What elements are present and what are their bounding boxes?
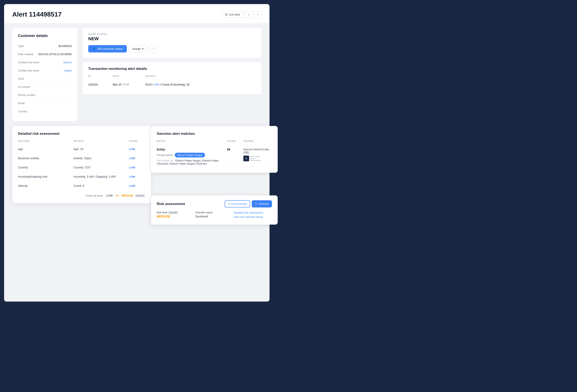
risk-col-score: SCORE bbox=[129, 140, 145, 142]
cell-details: €123 • 445 • Count of incoming: 10 bbox=[145, 83, 256, 86]
transaction-monitoring-card: Transaction monitoring alert details ID … bbox=[82, 62, 261, 94]
risk-card-header: Risk assessment ↺ End Override ✎ Overrid… bbox=[157, 200, 272, 208]
primary-name-badge: Edmon Felipe Vargas bbox=[175, 153, 205, 157]
detail-label-lastname: Contact last name bbox=[18, 69, 39, 72]
also-known-row: Also Known As: Edmon Felipe Vargas, Edmo… bbox=[157, 159, 227, 165]
override-button[interactable]: ✎ Override bbox=[252, 200, 272, 208]
override-reason-val: Sactioned bbox=[195, 215, 230, 218]
time-value: 10:48 bbox=[123, 83, 129, 86]
col-header-id: ID bbox=[88, 75, 113, 77]
entity-source: Special Interest Entity (SIE) bbox=[243, 148, 272, 154]
right-panel: ALERT STATUS NEW 👤 Set customer status A… bbox=[82, 28, 261, 121]
detail-label-email: Email bbox=[18, 102, 25, 105]
detail-row-lastname: Contact last name Vargas bbox=[18, 67, 72, 75]
header-controls: ☰ List view ‹ › bbox=[221, 11, 261, 18]
details-link[interactable]: 445 bbox=[154, 83, 159, 86]
edit-icon: ✎ bbox=[255, 202, 257, 205]
entity-score: 99 bbox=[227, 148, 243, 151]
risk-table-header: FACTORS DETAILS SCORE bbox=[18, 140, 145, 144]
end-override-button[interactable]: ↺ End Override bbox=[225, 200, 250, 208]
sanction-entity-row: Entity: Primary Name: Edmon Felipe Varga… bbox=[157, 144, 272, 167]
detail-row-dob: DOB bbox=[18, 75, 72, 83]
cell-date: Mar 10 10:48 bbox=[113, 83, 145, 86]
score-sum: LOW bbox=[129, 175, 145, 178]
user-icon: 👤 bbox=[92, 47, 96, 50]
entity-source-col: Special Interest Entity (SIE) D DOW JONE… bbox=[243, 148, 272, 162]
dj-text: DOW JONESRISK &COMPLIANCE bbox=[250, 156, 261, 162]
cell-id: 132424 bbox=[88, 83, 113, 86]
risk-level-col: Risk level Override MEDIUM bbox=[157, 211, 195, 220]
sanction-col-match: MATCH bbox=[157, 140, 227, 142]
detail-label-firstname: Contact first name bbox=[18, 61, 40, 64]
risk-medium-val: MEDIUM bbox=[157, 215, 192, 218]
prev-button[interactable]: ‹ bbox=[245, 11, 252, 18]
detailed-risk-title: Detailed risk assessment bbox=[18, 132, 145, 136]
risk-level-label: Risk level Override bbox=[157, 211, 192, 214]
alert-status-value: NEW bbox=[88, 36, 256, 41]
sanction-col-score: SCORE bbox=[227, 140, 243, 142]
detail-row-type: Type BUSINESS bbox=[18, 42, 72, 50]
risk-row-age: Age Age: 23 LOW bbox=[18, 144, 145, 154]
risk-arrow: >> bbox=[115, 194, 119, 197]
page-title: Alert 114498517 bbox=[12, 11, 62, 18]
detail-value-lastname[interactable]: Vargas bbox=[64, 69, 72, 72]
final-risk-row: Final risk level LOW >> MEDIUM Override bbox=[18, 190, 145, 197]
assign-button[interactable]: Assign ▾ bbox=[129, 45, 147, 53]
detail-row-firstname: Contact first name Edmon bbox=[18, 58, 72, 67]
customer-details-title: Customer details bbox=[18, 34, 72, 38]
sanction-table-header: MATCH SCORE SOURCE bbox=[157, 140, 272, 144]
details-suffix: • Count of incoming: 10 bbox=[160, 83, 189, 86]
transaction-table-header: ID DATE DETAILS bbox=[88, 75, 256, 80]
detail-business: Activity: Sales bbox=[73, 157, 129, 160]
detail-row-id: ID number bbox=[18, 83, 72, 91]
detail-row-phone: Phone number bbox=[18, 91, 72, 99]
override-reason-label: Override reason bbox=[195, 211, 230, 214]
sanction-card: Sanction alert matches MATCH SCORE SOURC… bbox=[151, 126, 278, 173]
final-risk-to: MEDIUM bbox=[121, 194, 133, 197]
also-known-label: Also Known As: bbox=[157, 159, 174, 162]
factor-age: Age bbox=[18, 147, 73, 151]
detail-label-type: Type bbox=[18, 44, 24, 48]
risk-row-business: Business activity Activity: Sales LOW bbox=[18, 154, 145, 163]
risk-col-factors: FACTORS bbox=[18, 140, 73, 142]
sanction-col-source: SOURCE bbox=[243, 140, 272, 142]
factor-sum: Incoming/outgoing sum bbox=[18, 175, 73, 178]
detailed-risk-card: Detailed risk assessment FACTORS DETAILS… bbox=[12, 126, 151, 203]
sanction-title: Sanction alert matches bbox=[157, 132, 272, 136]
override-small-badge: Override bbox=[168, 211, 178, 214]
final-risk-label: Final risk level bbox=[86, 194, 103, 197]
risk-history-link[interactable]: View risk override history bbox=[234, 215, 269, 218]
col-header-date: DATE bbox=[113, 75, 145, 77]
override-badge: Override bbox=[135, 194, 145, 197]
chevron-right-icon: › bbox=[257, 13, 258, 16]
set-customer-status-button[interactable]: 👤 Set customer status bbox=[88, 45, 127, 52]
risk-row-velocity: Velocity Count: 6 LOW bbox=[18, 181, 145, 190]
score-country: LOW bbox=[129, 166, 145, 169]
alert-status-card: ALERT STATUS NEW 👤 Set customer status A… bbox=[82, 28, 261, 58]
customer-details-card: Customer details Type BUSINESS Date crea… bbox=[12, 28, 77, 121]
risk-assessment-title: Risk assessment bbox=[157, 202, 185, 206]
primary-name-row: Primary Name: Edmon Felipe Vargas bbox=[157, 153, 227, 157]
detail-value-firstname[interactable]: Edmon bbox=[64, 61, 72, 64]
table-row: 132424 Mar 10 10:48 €123 • 445 • Count o… bbox=[88, 80, 256, 89]
detail-label-phone: Phone number bbox=[18, 94, 35, 97]
next-button[interactable]: › bbox=[254, 11, 261, 18]
list-view-button[interactable]: ☰ List view bbox=[221, 11, 243, 18]
detailed-risk-link[interactable]: Detailed risk assessment bbox=[234, 211, 269, 214]
entity-info: Entity: Primary Name: Edmon Felipe Varga… bbox=[157, 148, 227, 165]
col-header-details: DETAILS bbox=[145, 75, 256, 77]
factor-business: Business activity bbox=[18, 157, 73, 160]
more-options-button[interactable]: ··· bbox=[149, 45, 157, 53]
detail-value-type: BUSINESS bbox=[58, 44, 72, 48]
risk-row-sum: Incoming/outgoing sum Incoming: 3 444; O… bbox=[18, 172, 145, 181]
detail-row-country: Country bbox=[18, 107, 72, 115]
override-reason-col: Override reason Sactioned bbox=[195, 211, 234, 220]
bottom-cards-area: Detailed risk assessment FACTORS DETAILS… bbox=[12, 126, 261, 302]
detail-label-id: ID number bbox=[18, 85, 31, 88]
score-velocity: LOW bbox=[129, 184, 145, 187]
content-area: Customer details Type BUSINESS Date crea… bbox=[4, 23, 270, 126]
dj-box: D bbox=[243, 156, 249, 161]
chevron-down-icon: ▾ bbox=[142, 47, 144, 50]
detail-row-date: Date created 2016-03-10T33:11:00.0000Z bbox=[18, 50, 72, 58]
entity-main: Entity: Primary Name: Edmon Felipe Varga… bbox=[157, 148, 272, 165]
